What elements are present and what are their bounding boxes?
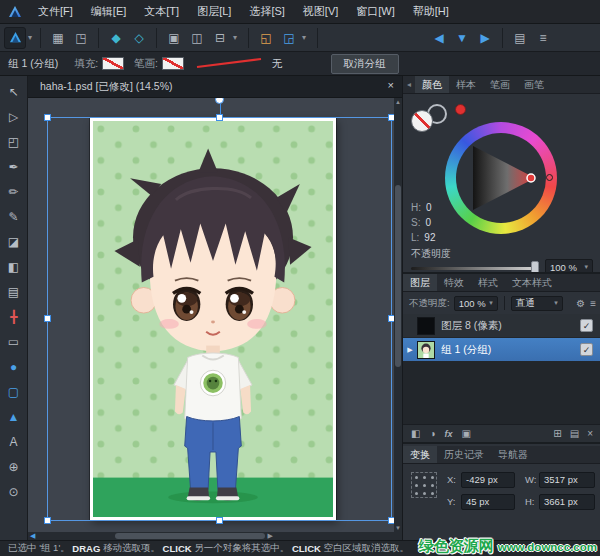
mask-layer-icon[interactable]: ◧ [411, 428, 420, 439]
zoom-tool[interactable]: ⊙ [1, 479, 27, 504]
scroll-left-icon[interactable]: ◀ [30, 532, 35, 540]
layers-opacity-dropdown[interactable]: 100 % ▾ [454, 296, 498, 311]
tab-navigator[interactable]: 导航器 [491, 446, 535, 463]
opacity-slider-track[interactable] [411, 267, 539, 270]
toolbar-menu-icon[interactable]: ≡ [533, 28, 553, 48]
fill-tool[interactable]: ◧ [1, 254, 27, 279]
canvas-viewport[interactable]: ▲ ▼ [28, 98, 402, 532]
ellipse-tool[interactable]: ● [1, 354, 27, 379]
text-tool[interactable]: A [1, 429, 27, 454]
add-layer-icon[interactable]: ⊞ [553, 428, 561, 439]
hue-selector-dot[interactable] [546, 174, 553, 181]
tab-swatches[interactable]: 样本 [449, 76, 483, 93]
rectangle-tool[interactable]: ▭ [1, 329, 27, 354]
selection-add-icon[interactable]: ◫ [187, 28, 207, 48]
layers-empty-area[interactable] [403, 362, 600, 424]
rotation-handle[interactable] [215, 98, 224, 104]
recent-color-dot[interactable] [455, 104, 466, 115]
gear-icon[interactable]: ⚙ [576, 298, 585, 309]
pan-tool[interactable]: ⊕ [1, 454, 27, 479]
arrange-icon[interactable]: ▤ [510, 28, 530, 48]
persona-caret-icon[interactable]: ▾ [28, 33, 32, 42]
triangle-tool[interactable]: ▲ [1, 404, 27, 429]
vertical-scroll-thumb[interactable] [395, 185, 401, 367]
adjustment-layer-icon[interactable]: ◑ [429, 428, 435, 439]
order-caret-icon[interactable]: ▾ [302, 33, 306, 42]
anchor-selector[interactable] [411, 472, 437, 498]
horizontal-scroll-thumb[interactable] [115, 533, 265, 539]
document-tab[interactable]: haha-1.psd [已修改] (14.5%) [28, 80, 184, 94]
layer-list-icon[interactable]: ▤ [570, 428, 579, 439]
grid-icon[interactable]: ▦ [48, 28, 68, 48]
rotate-icon[interactable]: ▶ [475, 28, 495, 48]
tab-brushes[interactable]: 画笔 [517, 76, 551, 93]
scroll-down-icon[interactable]: ▼ [394, 525, 402, 531]
selection-subtract-icon[interactable]: ⊟ [210, 28, 230, 48]
pencil-tool[interactable]: ✏ [1, 179, 27, 204]
canvas-page[interactable] [90, 118, 336, 520]
pentagon-filled-icon[interactable]: ◆ [106, 28, 126, 48]
selection-caret-icon[interactable]: ▾ [233, 33, 237, 42]
layer-name[interactable]: 组 1 (分组) [441, 343, 580, 357]
brush-tool[interactable]: ✎ [1, 204, 27, 229]
layer-row-group-selected[interactable]: ▶ 组 1 (分组) ✓ [403, 338, 600, 362]
x-input[interactable]: -429 px [461, 472, 515, 488]
menu-layer[interactable]: 图层[L] [188, 0, 240, 23]
menu-edit[interactable]: 编辑[E] [82, 0, 135, 23]
panel-menu-icon[interactable]: ≡ [590, 298, 596, 309]
tab-styles[interactable]: 样式 [471, 274, 505, 291]
selection-handle-bottom-left[interactable] [44, 517, 51, 524]
tab-layers[interactable]: 图层 [403, 274, 437, 291]
tab-effects[interactable]: 特效 [437, 274, 471, 291]
layer-thumbnail[interactable] [417, 317, 435, 335]
w-input[interactable]: 3517 px [539, 472, 595, 488]
color-picker-tool[interactable]: ╋ [1, 304, 27, 329]
pentagon-outline-icon[interactable]: ◇ [129, 28, 149, 48]
node-tool[interactable]: ▷ [1, 104, 27, 129]
delete-layer-icon[interactable]: × [587, 428, 593, 439]
close-icon[interactable]: × [388, 79, 394, 91]
menu-select[interactable]: 选择[S] [240, 0, 293, 23]
order-forward-icon[interactable]: ◱ [256, 28, 276, 48]
tab-stroke[interactable]: 笔画 [483, 76, 517, 93]
selection-handle-top-left[interactable] [44, 114, 51, 121]
rounded-rectangle-tool[interactable]: ▢ [1, 379, 27, 404]
chevron-left-icon[interactable]: ◂ [403, 80, 415, 89]
persona-icon[interactable] [4, 27, 26, 49]
scroll-up-icon[interactable]: ▲ [394, 99, 402, 105]
menu-file[interactable]: 文件[F] [29, 0, 82, 23]
fill-swatch[interactable] [102, 57, 124, 70]
layer-row-pixel[interactable]: 图层 8 (像素) ✓ [403, 314, 600, 338]
order-backward-icon[interactable]: ◲ [279, 28, 299, 48]
crop-tool[interactable]: ◰ [1, 129, 27, 154]
snapping-icon[interactable]: ◳ [71, 28, 91, 48]
blend-mode-dropdown[interactable]: 直通 ▾ [511, 296, 563, 311]
h-input[interactable]: 3661 px [539, 494, 595, 510]
move-tool[interactable]: ↖ [1, 79, 27, 104]
tab-history[interactable]: 历史记录 [437, 446, 491, 463]
y-input[interactable]: 45 px [461, 494, 515, 510]
horizontal-scrollbar[interactable]: ◀ ▶ [28, 532, 402, 540]
flip-vertical-icon[interactable]: ▼ [452, 28, 472, 48]
fill-color-swatch[interactable] [411, 110, 433, 132]
layer-effects-icon[interactable]: fx [445, 429, 453, 439]
stroke-width-value[interactable]: 无 [272, 57, 283, 71]
color-wheel[interactable] [445, 122, 557, 234]
layer-visibility-checkbox[interactable]: ✓ [580, 343, 593, 356]
stroke-swatch[interactable] [162, 57, 184, 70]
menu-help[interactable]: 帮助[H] [404, 0, 458, 23]
pen-tool[interactable]: ✒ [1, 154, 27, 179]
tab-transform[interactable]: 变换 [403, 446, 437, 463]
menu-view[interactable]: 视图[V] [294, 0, 347, 23]
gradient-tool[interactable]: ▤ [1, 279, 27, 304]
selection-new-icon[interactable]: ▣ [164, 28, 184, 48]
tab-text-styles[interactable]: 文本样式 [505, 274, 559, 291]
layer-visibility-checkbox[interactable]: ✓ [580, 319, 593, 332]
menu-text[interactable]: 文本[T] [135, 0, 188, 23]
selection-handle-middle-left[interactable] [44, 315, 51, 322]
menu-window[interactable]: 窗口[W] [347, 0, 404, 23]
eraser-tool[interactable]: ◪ [1, 229, 27, 254]
group-layers-icon[interactable]: ▣ [462, 428, 471, 439]
flip-horizontal-icon[interactable]: ◀ [429, 28, 449, 48]
layer-thumbnail[interactable] [417, 341, 435, 359]
